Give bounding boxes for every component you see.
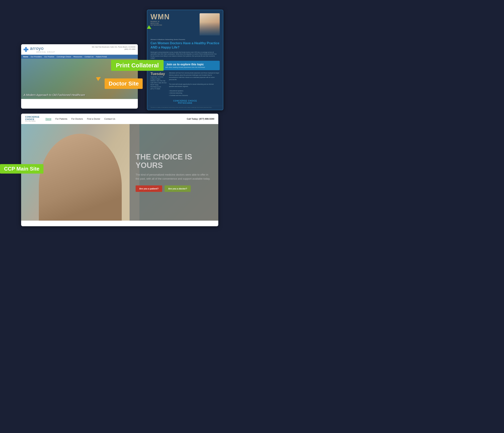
wmn-subtitle: WOMEN INMEDICINENETWORKING: [151, 20, 162, 26]
ccp-main-label: CCP Main Site: [0, 164, 44, 174]
bullet-3: • Cocktails and hors d'oeuvres: [169, 94, 220, 97]
body-text: Medscape's annual physician survey revea…: [147, 51, 223, 61]
doctor-photo: [200, 13, 220, 35]
detail-1: Attendees will hear from several private…: [169, 72, 220, 81]
arroyo-name: arroyo: [30, 46, 55, 51]
patient-button[interactable]: Are you a patient?: [135, 186, 162, 192]
pc-logo-bottom: CONCIERGE CHOICEPHYSICIANS: [147, 98, 223, 106]
pc-header: WMN WOMEN INMEDICINENETWORKING: [147, 10, 223, 39]
ccp-nav-contact[interactable]: Contact Us: [104, 118, 115, 120]
doctor-site-card: arroyo MEDICAL GROUP 931 Oak Park Boulev…: [21, 44, 138, 109]
tuesday: Tuesday: [151, 72, 167, 76]
date-col: Tuesday September, 20 2018 6:30pm-8:30pm…: [151, 72, 167, 97]
ccp-hero-buttons: Are you a patient? Are you a doctor?: [135, 186, 212, 192]
ccp-phone: Call Today: (877) 888-5590: [187, 118, 214, 120]
date-sub: September, 20 2018 6:30pm-8:30pm Midtown…: [151, 76, 167, 90]
main-title-text: Can Women Doctors Have a Healthy Practic…: [151, 41, 220, 50]
ccp-logo-middle: CHOICE: [25, 118, 39, 121]
arroyo-nav-providers[interactable]: Our Providers: [31, 56, 42, 58]
arroyo-nav-contact[interactable]: Contact Us: [84, 56, 94, 58]
doctor-site-header: arroyo MEDICAL GROUP 931 Oak Park Boulev…: [21, 44, 138, 55]
arroyo-address: 931 Oak Park Boulevard, Suite 101, Pismo…: [92, 46, 135, 50]
arroyo-nav-practice[interactable]: Our Practice: [44, 56, 54, 58]
ccp-hero: THE CHOICE IS YOURS The kind of personal…: [21, 124, 218, 221]
detail-2: The event will include opportunity for c…: [169, 83, 220, 88]
doctor-button[interactable]: Are you a doctor?: [165, 186, 191, 192]
ccp-hero-title: THE CHOICE IS YOURS: [135, 153, 212, 170]
arroyo-cross-icon: [24, 47, 28, 52]
ccp-nav-find[interactable]: Find a Doctor: [87, 118, 100, 120]
print-collateral-label: Print Collateral: [111, 60, 163, 71]
ccp-main-card: CONCIERGE CHOICE PHYSICIANS Home For Pat…: [21, 114, 218, 226]
event-details: Tuesday September, 20 2018 6:30pm-8:30pm…: [147, 72, 223, 98]
details-col: Attendees will hear from several private…: [169, 72, 220, 97]
ccp-nav-doctors[interactable]: For Doctors: [72, 118, 83, 120]
wmn-letters: WMN: [151, 13, 170, 20]
arroyo-nav: Home Our Providers Our Practice Concierg…: [21, 55, 138, 59]
hero-text: A Modern Approach to Old Fashioned Healt…: [24, 93, 85, 97]
wmn-logo: WMN WOMEN INMEDICINENETWORKING: [151, 13, 170, 26]
ccp-hero-content: THE CHOICE IS YOURS The kind of personal…: [130, 124, 218, 221]
pc-logo-text: CONCIERGE CHOICEPHYSICIANS: [151, 100, 220, 104]
ccp-logo-top: CONCIERGE: [25, 116, 39, 118]
bullet-2: • Informal networking: [169, 92, 220, 94]
ccp-nav: Home For Patients For Doctors Find a Doc…: [45, 117, 181, 120]
ccp-nav-home[interactable]: Home: [45, 117, 51, 120]
ccp-logo-bottom: PHYSICIANS: [25, 121, 39, 122]
arroyo-nav-patient[interactable]: Patient Portal: [96, 56, 107, 58]
main-title: Can Women Doctors Have a Healthy Practic…: [147, 41, 223, 51]
series-text: Women in Medicine Networking Series Pres…: [151, 39, 220, 40]
arroyo-nav-home[interactable]: Home: [23, 56, 28, 58]
arroyo-nav-resources[interactable]: Resources: [73, 56, 82, 58]
arroyo-nav-concierge[interactable]: Concierge Choice: [57, 56, 71, 58]
pc-fine-print: The first in a series of educational net…: [147, 106, 223, 109]
ccp-hero-subtitle: The kind of personalized medicine doctor…: [135, 173, 212, 181]
ccp-logo: CONCIERGE CHOICE PHYSICIANS: [25, 116, 39, 122]
doctor-site-label: Doctor Site: [105, 79, 143, 89]
arroyo-subtitle: MEDICAL GROUP: [36, 51, 55, 53]
arroyo-logo: arroyo MEDICAL GROUP: [24, 46, 55, 53]
ccp-navbar: CONCIERGE CHOICE PHYSICIANS Home For Pat…: [21, 114, 218, 124]
bullet-1: • Educational speakers: [169, 90, 220, 92]
ccp-nav-patients[interactable]: For Patients: [55, 118, 67, 120]
